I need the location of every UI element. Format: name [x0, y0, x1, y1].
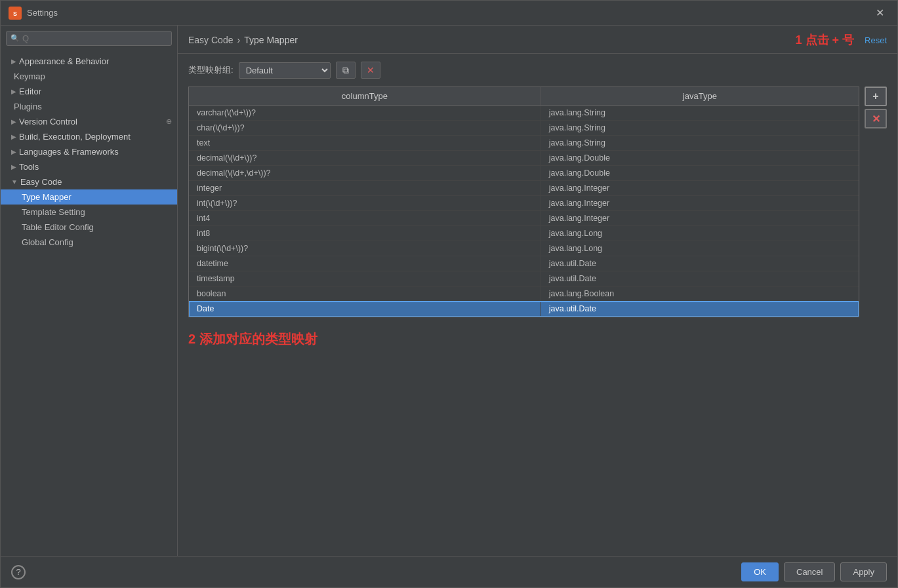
mapper-group-select[interactable]: Default — [239, 62, 331, 79]
search-input[interactable] — [22, 33, 167, 43]
cell-java-type: java.util.Date — [541, 271, 859, 286]
sidebar-label-easy-code: Easy Code — [20, 177, 62, 187]
header-right: 1 点击 + 号 Reset — [796, 32, 888, 48]
close-button[interactable]: ✕ — [870, 4, 889, 22]
table-row-selected[interactable]: Datejava.util.Date — [189, 302, 859, 317]
sidebar-item-global-config[interactable]: Global Config — [1, 235, 177, 250]
sidebar-item-build[interactable]: ▶ Build, Execution, Deployment — [1, 129, 177, 144]
mapper-group-row: 类型映射组: Default ⧉ ✕ — [188, 62, 887, 79]
cell-java-type: java.util.Date — [541, 256, 859, 271]
breadcrumb: Easy Code › Type Mapper — [188, 35, 298, 45]
type-table-wrapper: columnType javaType varchar(\(\d+\))?jav… — [188, 87, 859, 317]
cell-column-type: boolean — [189, 286, 541, 302]
cell-java-type: java.lang.Double — [541, 151, 859, 166]
cell-java-type: java.lang.String — [541, 136, 859, 151]
delete-group-icon: ✕ — [367, 65, 375, 75]
sidebar-label-table-editor-config: Table Editor Config — [22, 222, 94, 232]
col-header-java: javaType — [541, 87, 859, 106]
table-row[interactable]: int4java.lang.Integer — [189, 211, 859, 226]
sidebar-item-type-mapper[interactable]: Type Mapper — [1, 189, 177, 205]
table-area: columnType javaType varchar(\(\d+\))?jav… — [188, 87, 887, 317]
sidebar-label-build: Build, Execution, Deployment — [19, 132, 131, 142]
reset-button[interactable]: Reset — [865, 35, 887, 45]
apply-button[interactable]: Apply — [840, 562, 887, 581]
add-row-button[interactable]: + — [865, 87, 887, 106]
help-button[interactable]: ? — [11, 565, 26, 579]
cell-column-type: int8 — [189, 226, 541, 241]
mapper-group-label: 类型映射组: — [188, 64, 234, 76]
table-row[interactable]: textjava.lang.String — [189, 136, 859, 151]
cell-column-type: text — [189, 136, 541, 151]
table-row[interactable]: bigint(\(\d+\))?java.lang.Long — [189, 241, 859, 256]
sidebar-item-editor[interactable]: ▶ Editor — [1, 84, 177, 99]
window-title: Settings — [27, 8, 870, 18]
copy-icon: ⧉ — [342, 65, 349, 76]
sidebar-label-global-config: Global Config — [22, 237, 73, 247]
panel-header: Easy Code › Type Mapper 1 点击 + 号 Reset — [178, 26, 897, 54]
help-icon: ? — [16, 567, 20, 577]
app-icon: S — [9, 7, 22, 20]
cancel-button[interactable]: Cancel — [784, 562, 835, 581]
sidebar-label-vcs: Version Control — [19, 117, 77, 127]
copy-group-button[interactable]: ⧉ — [336, 62, 356, 79]
table-row[interactable]: varchar(\(\d+\))?java.lang.String — [189, 106, 859, 121]
sidebar-item-plugins[interactable]: Plugins — [1, 99, 177, 114]
table-row[interactable]: int8java.lang.Long — [189, 226, 859, 241]
cell-java-type: java.lang.Long — [541, 226, 859, 241]
cell-java-type: java.lang.Integer — [541, 181, 859, 196]
sidebar-item-template-setting[interactable]: Template Setting — [1, 205, 177, 220]
sidebar-label-tools: Tools — [19, 162, 39, 172]
type-table: columnType javaType varchar(\(\d+\))?jav… — [189, 87, 859, 317]
table-row[interactable]: booleanjava.lang.Boolean — [189, 286, 859, 302]
expand-icon-build: ▶ — [11, 133, 16, 140]
expand-icon-easycode: ▼ — [11, 178, 18, 186]
expand-icon-tools: ▶ — [11, 163, 16, 170]
sidebar-item-table-editor-config[interactable]: Table Editor Config — [1, 220, 177, 235]
remove-row-button[interactable]: ✕ — [865, 109, 887, 128]
cell-column-type: timestamp — [189, 271, 541, 286]
bottom-buttons: OK Cancel Apply — [741, 562, 887, 581]
search-box[interactable]: 🔍 — [6, 31, 172, 46]
breadcrumb-separator: › — [237, 35, 240, 45]
sidebar-label-type-mapper: Type Mapper — [22, 192, 71, 202]
sidebar-item-vcs[interactable]: ▶ Version Control ⊕ — [1, 114, 177, 129]
annotation-step2: 2 添加对应的类型映射 — [188, 330, 317, 348]
sidebar-item-languages[interactable]: ▶ Languages & Frameworks — [1, 144, 177, 159]
sidebar-tree: ▶ Appearance & Behavior Keymap ▶ Editor … — [1, 51, 177, 556]
sidebar-item-easy-code[interactable]: ▼ Easy Code — [1, 174, 177, 189]
cell-column-type: integer — [189, 181, 541, 196]
vcs-icon: ⊕ — [166, 117, 172, 126]
annotation-step1: 1 点击 + 号 — [796, 32, 855, 48]
plus-icon: + — [872, 90, 878, 102]
cell-selected-java-type: java.util.Date — [541, 302, 859, 317]
ok-button[interactable]: OK — [741, 562, 779, 581]
settings-window: S Settings ✕ 🔍 ▶ Appearance & Behavior — [0, 0, 898, 588]
expand-icon-languages: ▶ — [11, 148, 16, 155]
table-row[interactable]: char(\(\d+\))?java.lang.String — [189, 121, 859, 136]
sidebar-item-appearance[interactable]: ▶ Appearance & Behavior — [1, 54, 177, 69]
cell-column-type: varchar(\(\d+\))? — [189, 106, 541, 121]
sidebar-label-template-setting: Template Setting — [22, 207, 85, 217]
table-row[interactable]: int(\(\d+\))?java.lang.Integer — [189, 196, 859, 211]
table-row[interactable]: decimal(\(\d+,\d+\))?java.lang.Double — [189, 166, 859, 181]
table-row[interactable]: decimal(\(\d+\))?java.lang.Double — [189, 151, 859, 166]
cell-column-type: int(\(\d+\))? — [189, 196, 541, 211]
sidebar-label-plugins: Plugins — [14, 102, 42, 111]
expand-icon: ▶ — [11, 58, 16, 65]
sidebar: 🔍 ▶ Appearance & Behavior Keymap ▶ Edito… — [1, 26, 178, 556]
title-bar: S Settings ✕ — [1, 1, 897, 26]
table-row[interactable]: datetimejava.util.Date — [189, 256, 859, 271]
cell-java-type: java.lang.Long — [541, 241, 859, 256]
delete-group-button[interactable]: ✕ — [361, 62, 380, 79]
table-side-buttons: + ✕ — [865, 87, 887, 317]
cell-java-type: java.lang.Double — [541, 166, 859, 181]
cell-java-type: java.lang.String — [541, 121, 859, 136]
sidebar-label-keymap: Keymap — [14, 71, 45, 81]
table-row[interactable]: timestampjava.util.Date — [189, 271, 859, 286]
svg-text:S: S — [13, 10, 17, 17]
sidebar-item-tools[interactable]: ▶ Tools — [1, 159, 177, 174]
cell-java-type: java.lang.Boolean — [541, 286, 859, 302]
table-row[interactable]: integerjava.lang.Integer — [189, 181, 859, 196]
sidebar-item-keymap[interactable]: Keymap — [1, 69, 177, 84]
cell-java-type: java.lang.Integer — [541, 196, 859, 211]
